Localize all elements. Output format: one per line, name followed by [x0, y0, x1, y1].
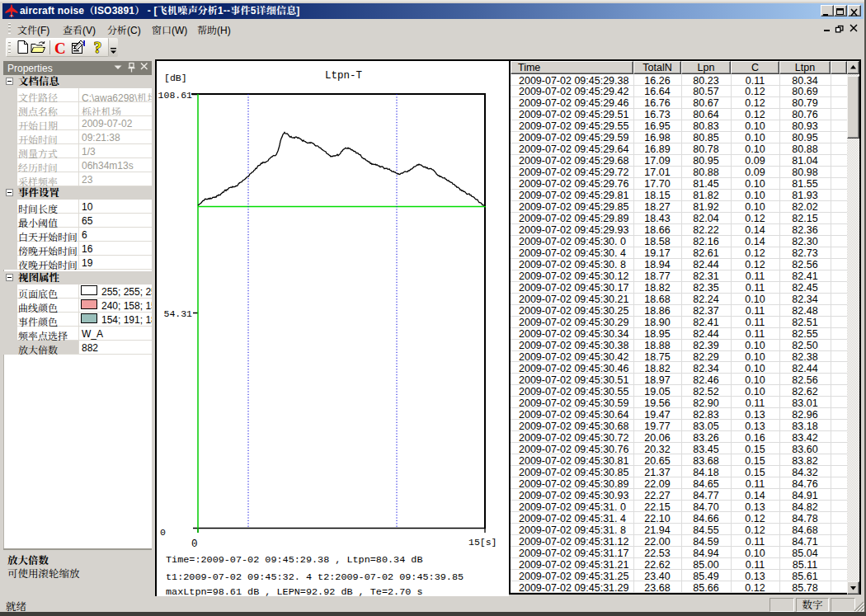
svg-text:0: 0 — [191, 538, 198, 550]
svg-text:54.31: 54.31 — [163, 308, 192, 319]
svg-text:0: 0 — [160, 527, 166, 538]
svg-text:[dB]: [dB] — [164, 73, 187, 83]
svg-text:Time=:2009-07-02 09:45:29.38 ,: Time=:2009-07-02 09:45:29.38 , Ltpn=80.3… — [166, 554, 423, 566]
svg-text:?: ? — [94, 40, 102, 54]
svg-text:maxLtpn=98.61 dB , LEPN=92.92: maxLtpn=98.61 dB , LEPN=92.92 dB , Te=2.… — [166, 586, 423, 596]
svg-text:108.61: 108.61 — [158, 90, 193, 101]
svg-text:Ltpn-T: Ltpn-T — [325, 70, 363, 82]
svg-text:15[s]: 15[s] — [468, 537, 497, 548]
svg-text:t1:2009-07-02 09:45:32. 4 t2:2: t1:2009-07-02 09:45:32. 4 t2:2009-07-02 … — [166, 571, 464, 583]
